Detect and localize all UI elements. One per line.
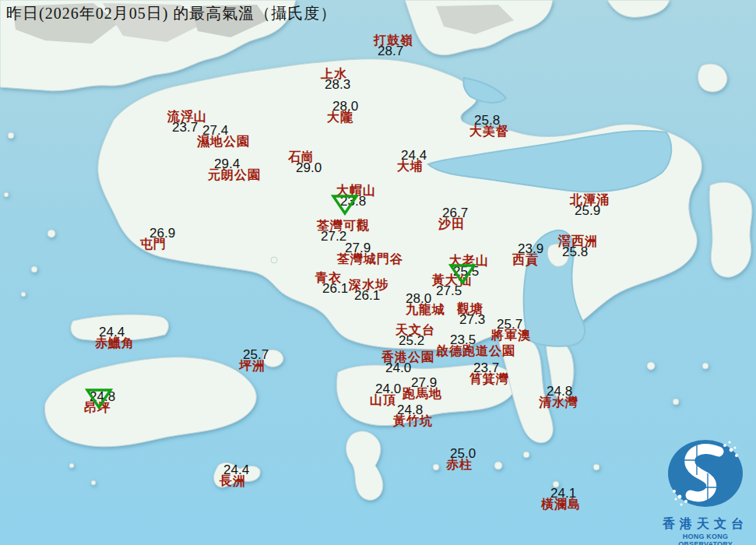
station-temperature-value: 28.7 [378, 46, 413, 57]
station-香港公園: 香港公園24.0 [382, 352, 434, 374]
map-title: 昨日(2026年02月05日) 的最高氣溫（攝氏度） [6, 3, 336, 24]
station-赤柱: 25.0赤柱 [446, 448, 476, 470]
station-name-label: 赤鱲角 [95, 338, 135, 349]
station-temperature-value: 26.1 [354, 290, 389, 301]
station-name-label: 大埔 [397, 161, 427, 172]
station-name-label: 屯門 [140, 239, 175, 250]
station-西貢: 23.9西貢 [512, 244, 543, 265]
station-temperature-value: 27.3 [459, 315, 485, 325]
station-荃灣可觀: 荃灣可觀27.2 [317, 220, 370, 242]
hko-logo-icon [656, 434, 754, 512]
station-name-label: 荃灣城門谷 [337, 254, 403, 265]
station-黃竹坑: 24.8黃竹坑 [393, 405, 433, 427]
station-temperature-value: 29.0 [296, 163, 322, 174]
hko-logo-name-cn: 香港天文台 [656, 516, 754, 533]
station-屯門: 26.9屯門 [140, 228, 175, 250]
station-九龍城: 28.0九龍城 [406, 294, 445, 315]
hko-logo: 香港天文台 HONG KONG OBSERVATORY [656, 434, 754, 542]
station-青衣: 青衣26.1 [315, 272, 348, 294]
station-name-label: 黃竹坑 [393, 416, 433, 427]
station-大帽山: 大帽山23.8 [336, 185, 376, 207]
station-深水埗: 深水埗26.1 [349, 280, 389, 301]
station-name-label: 坪洲 [239, 360, 269, 371]
station-name-label: 大隴 [327, 112, 358, 123]
station-name-label: 昂坪 [84, 403, 115, 413]
hko-logo-name-en: HONG KONG OBSERVATORY [656, 533, 754, 545]
station-荃灣城門谷: 27.9荃灣城門谷 [337, 243, 403, 265]
station-name-label: 清水灣 [539, 397, 578, 408]
station-name-label: 九龍城 [406, 304, 445, 315]
station-坪洲: 25.7坪洲 [239, 350, 269, 371]
station-長洲: 24.4長洲 [220, 465, 249, 487]
station-name-label: 大美督 [469, 126, 509, 137]
station-打鼓嶺: 打鼓嶺28.7 [374, 35, 413, 57]
station-temperature-value: 24.0 [385, 363, 434, 374]
station-元朗公園: 29.4元朗公園 [208, 159, 261, 181]
station-橫瀾島: 24.1橫瀾島 [541, 488, 581, 510]
station-temperature-value: 25.9 [575, 206, 610, 216]
station-labels-layer: 打鼓嶺28.7上水28.328.0大隴流浮山23.727.4濕地公園29.4元朗… [0, 0, 756, 545]
station-觀塘: 觀塘27.3 [457, 304, 485, 325]
station-啟德跑道公園: 23.5啟德跑道公園 [436, 335, 515, 357]
station-name-label: 元朗公園 [208, 170, 261, 181]
station-筲箕灣: 23.7筲箕灣 [469, 363, 509, 385]
station-石崗: 石崗29.0 [288, 152, 322, 174]
station-temperature-value: 25.8 [562, 247, 598, 258]
station-name-label: 筲箕灣 [469, 374, 509, 385]
station-temperature-value: 28.3 [325, 79, 350, 90]
station-北潭涌: 北潭涌25.9 [570, 195, 610, 216]
station-name-label: 橫瀾島 [541, 499, 581, 510]
station-昂坪: 24.8昂坪 [84, 392, 115, 413]
station-name-label: 赤柱 [446, 459, 476, 470]
station-大埔: 24.4大埔 [397, 150, 427, 172]
station-滘西洲: 滘西洲25.8 [558, 236, 598, 258]
station-大隴: 28.0大隴 [327, 101, 358, 123]
station-name-label: 沙田 [438, 219, 468, 230]
station-天文台: 天文台25.2 [396, 325, 435, 346]
station-清水灣: 24.8清水灣 [539, 386, 578, 408]
hko-max-temperature-map: 昨日(2026年02月05日) 的最高氣溫（攝氏度） 打鼓嶺28.7上水28.3… [0, 0, 756, 545]
station-temperature-value: 25.2 [399, 336, 435, 346]
station-temperature-value: 26.1 [322, 283, 348, 294]
station-name-label: 啟德跑道公園 [436, 346, 515, 357]
station-name-label: 長洲 [220, 476, 249, 487]
station-濕地公園: 27.4濕地公園 [197, 125, 250, 147]
station-大美督: 25.8大美督 [469, 115, 509, 137]
station-跑馬地: 27.9跑馬地 [403, 378, 442, 399]
station-temperature-value: 23.8 [340, 196, 376, 207]
station-沙田: 26.7沙田 [438, 208, 468, 230]
station-赤鱲角: 24.4赤鱲角 [95, 327, 135, 349]
station-name-label: 濕地公園 [197, 136, 250, 147]
station-name-label: 跑馬地 [403, 389, 442, 399]
station-name-label: 西貢 [512, 255, 543, 265]
station-上水: 上水28.3 [321, 69, 350, 90]
